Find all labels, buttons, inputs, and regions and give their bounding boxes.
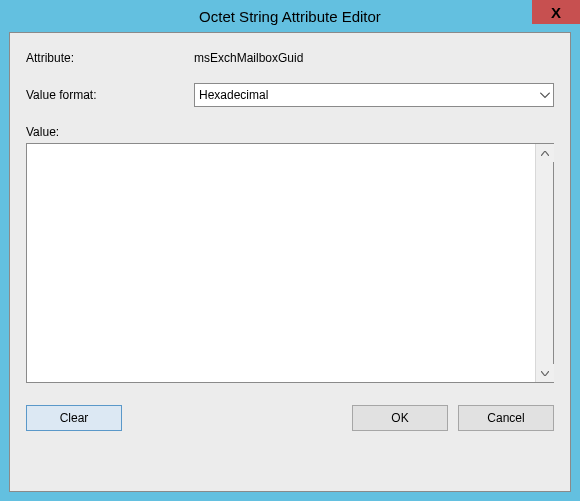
chevron-down-icon — [541, 371, 549, 376]
attribute-row: Attribute: msExchMailboxGuid — [26, 51, 554, 65]
dialog-window: Octet String Attribute Editor X Attribut… — [0, 0, 580, 501]
scroll-up-button[interactable] — [536, 144, 554, 162]
button-row-left: Clear — [26, 405, 122, 431]
value-label: Value: — [26, 125, 554, 139]
value-textarea[interactable] — [27, 144, 535, 382]
ok-button[interactable]: OK — [352, 405, 448, 431]
scroll-down-button[interactable] — [536, 364, 554, 382]
button-row-right: OK Cancel — [352, 405, 554, 431]
attribute-label: Attribute: — [26, 51, 194, 65]
vertical-scrollbar[interactable] — [535, 144, 553, 382]
title-bar[interactable]: Octet String Attribute Editor X — [0, 0, 580, 32]
value-format-select-wrap: Hexadecimal — [194, 83, 554, 107]
value-format-select[interactable]: Hexadecimal — [194, 83, 554, 107]
dialog-content: Attribute: msExchMailboxGuid Value forma… — [9, 32, 571, 492]
close-button[interactable]: X — [532, 0, 580, 24]
window-title: Octet String Attribute Editor — [0, 8, 580, 25]
chevron-up-icon — [541, 151, 549, 156]
clear-button[interactable]: Clear — [26, 405, 122, 431]
value-format-row: Value format: Hexadecimal — [26, 83, 554, 107]
button-row: Clear OK Cancel — [26, 405, 554, 431]
cancel-button[interactable]: Cancel — [458, 405, 554, 431]
attribute-name: msExchMailboxGuid — [194, 51, 303, 65]
value-format-label: Value format: — [26, 88, 194, 102]
value-area-container — [26, 143, 554, 383]
close-icon: X — [551, 4, 561, 21]
